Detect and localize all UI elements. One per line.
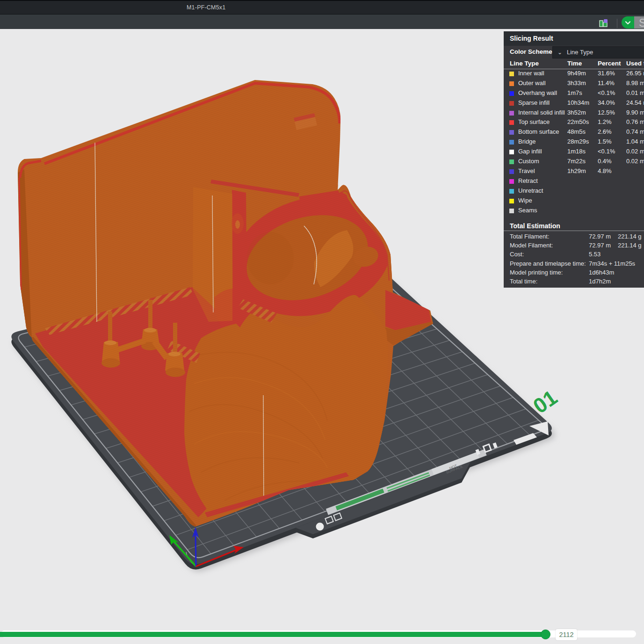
svg-text:S: S [639,17,644,29]
